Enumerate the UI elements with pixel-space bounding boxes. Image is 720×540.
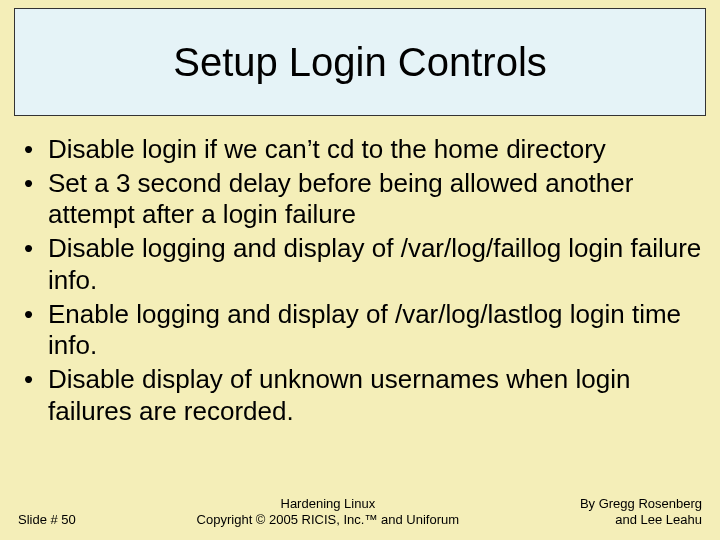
list-item: Disable display of unknown usernames whe…	[14, 364, 706, 427]
bullet-list: Disable login if we can’t cd to the home…	[14, 134, 706, 427]
list-item: Disable login if we can’t cd to the home…	[14, 134, 706, 166]
footer-right: By Gregg Rosenberg and Lee Leahu	[580, 496, 702, 529]
title-region: Setup Login Controls	[14, 8, 706, 116]
list-item: Disable logging and display of /var/log/…	[14, 233, 706, 296]
footer-right-line2: and Lee Leahu	[580, 512, 702, 528]
footer: Slide # 50 Hardening Linux Copyright © 2…	[0, 496, 720, 529]
footer-right-line1: By Gregg Rosenberg	[580, 496, 702, 512]
list-item: Set a 3 second delay before being allowe…	[14, 168, 706, 231]
list-item: Enable logging and display of /var/log/l…	[14, 299, 706, 362]
footer-center-line1: Hardening Linux	[76, 496, 580, 512]
content-region: Disable login if we can’t cd to the home…	[14, 134, 706, 427]
slide-number: Slide # 50	[18, 512, 76, 528]
footer-center: Hardening Linux Copyright © 2005 RICIS, …	[76, 496, 580, 529]
page-title: Setup Login Controls	[173, 40, 547, 85]
footer-center-line2: Copyright © 2005 RICIS, Inc.™ and Unifor…	[76, 512, 580, 528]
